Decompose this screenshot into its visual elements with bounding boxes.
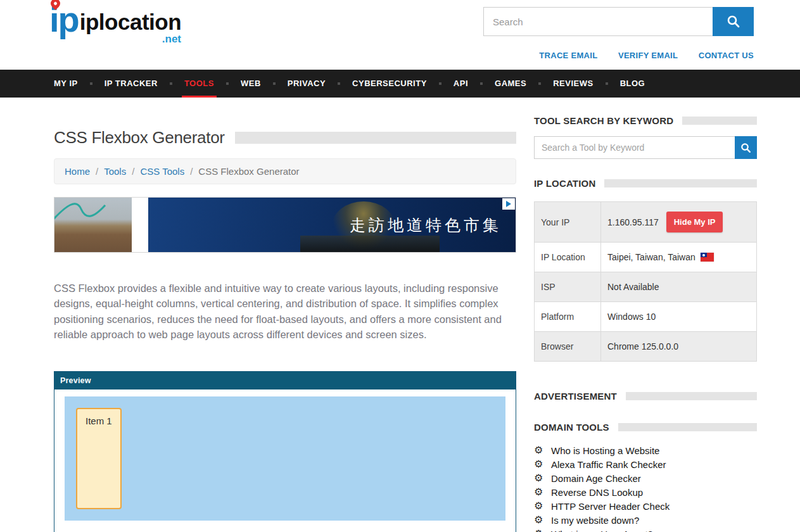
ip-location-heading: IP LOCATION [534,178,595,189]
ad-banner-text: 走訪地道特色市集 [350,215,502,236]
gear-icon: ⚙ [534,487,544,497]
heading-decoration-bar [626,392,757,400]
nav-link-reviews[interactable]: REVIEWS [553,70,593,98]
nav-link-web[interactable]: WEB [241,70,261,98]
nav-link-privacy[interactable]: PRIVACY [288,70,326,98]
breadcrumb-tools-link[interactable]: Tools [104,166,126,177]
ad-choices-icon[interactable] [502,198,515,210]
breadcrumb-home-link[interactable]: Home [65,166,90,177]
ad-decoration-curve [54,198,132,223]
nav-link-api[interactable]: API [454,70,468,98]
header-right: TRACE EMAIL VERIFY EMAIL CONTACT US [483,7,754,61]
gear-icon: ⚙ [534,473,544,483]
nav-link-ip-tracker[interactable]: IP TRACKER [105,70,158,98]
ip-location-table: Your IP 1.160.95.117 Hide My IP IP Locat… [534,201,757,362]
ip-location-value: Taipei, Taiwan, Taiwan [607,252,695,262]
site-search [483,7,754,36]
gear-icon: ⚙ [534,529,544,532]
breadcrumb-current: CSS Flexbox Generator [198,166,299,177]
verify-email-link[interactable]: VERIFY EMAIL [618,51,678,60]
gear-icon: ⚙ [534,501,544,511]
breadcrumb: Home / Tools / CSS Tools / CSS Flexbox G… [54,158,516,184]
domain-tool-reverse-dns[interactable]: ⚙ Reverse DNS Lookup [534,485,757,499]
page: ip iplocation .net TRACE EMAIL VERIFY EM… [0,0,800,532]
gear-icon: ⚙ [534,459,544,469]
search-icon [740,142,751,153]
title-decoration-bar [235,132,516,144]
page-title: CSS Flexbox Generator [54,128,225,148]
main-nav: MY IP IP TRACKER TOOLS WEB PRIVACY CYBER… [0,70,800,98]
advertisement-heading: ADVERTISEMENT [534,391,617,402]
table-row: ISP Not Available [535,272,757,302]
nav-link-blog[interactable]: BLOG [620,70,645,98]
platform-value: Windows 10 [601,302,757,332]
flex-preview-item[interactable]: Item 1 [76,408,122,509]
table-row: Your IP 1.160.95.117 Hide My IP [535,202,757,243]
table-row: Platform Windows 10 [535,302,757,332]
logo-wordmark: iplocation .net [80,11,181,35]
sidebar: TOOL SEARCH BY KEYWORD IP LOCATION Your … [534,98,757,532]
logo[interactable]: ip iplocation .net [49,4,181,35]
domain-tool-who-is-hosting[interactable]: ⚙ Who is Hosting a Website [534,443,757,457]
domain-tool-user-agent[interactable]: ⚙ What is my User Agent? [534,527,757,532]
nav-item-privacy: PRIVACY [288,70,352,98]
ip-row-value-cell: 1.160.95.117 Hide My IP [601,202,757,243]
breadcrumb-css-tools-link[interactable]: CSS Tools [140,166,184,177]
flexbox-preview-panel: Preview Item 1 [54,371,516,532]
nav-link-cybersecurity[interactable]: CYBERSECURITY [352,70,427,98]
nav-item-blog: BLOG [620,70,645,98]
hide-my-ip-button[interactable]: Hide My IP [666,212,723,232]
ip-row-label: Browser [535,332,601,362]
nav-item-web: WEB [241,70,288,98]
preview-panel-header: Preview [54,372,516,390]
nav-link-tools[interactable]: TOOLS [184,70,214,98]
ip-location-heading-row: IP LOCATION [534,178,757,189]
table-row: Browser Chrome 125.0.0.0 [535,332,757,362]
domain-tool-website-down[interactable]: ⚙ Is my website down? [534,513,757,527]
ip-row-value-cell: Taipei, Taiwan, Taiwan [601,243,757,272]
content: CSS Flexbox Generator Home / Tools / CSS… [0,98,800,532]
header-links: TRACE EMAIL VERIFY EMAIL CONTACT US [483,49,754,61]
page-description: CSS Flexbox provides a flexible and intu… [54,281,505,342]
nav-link-games[interactable]: GAMES [495,70,526,98]
tool-search-button[interactable] [735,136,757,159]
breadcrumb-separator: / [132,166,134,177]
heading-decoration-bar [618,423,757,431]
advertisement-heading-row: ADVERTISEMENT [534,391,757,402]
tool-search-input[interactable] [534,136,735,159]
trace-email-link[interactable]: TRACE EMAIL [539,51,597,60]
breadcrumb-separator: / [190,166,193,177]
logo-ip-mark: ip [49,4,79,35]
ad-banner-gap [132,198,148,252]
domain-tools-heading: DOMAIN TOOLS [534,422,609,433]
ad-banner[interactable]: 走訪地道特色市集 [54,197,516,253]
flex-preview-container: Item 1 [65,396,505,521]
your-ip-value: 1.160.95.117 [607,217,659,227]
ip-row-label: Platform [535,302,601,332]
gear-icon: ⚙ [534,515,544,525]
domain-tool-http-header[interactable]: ⚙ HTTP Server Header Check [534,499,757,513]
nav-link-my-ip[interactable]: MY IP [54,70,78,98]
nav-item-games: GAMES [495,70,553,98]
heading-decoration-bar [604,179,757,187]
search-icon [727,15,740,28]
logo-brand-text: iplocation [80,10,181,34]
domain-tool-alexa-rank[interactable]: ⚙ Alexa Traffic Rank Checker [534,457,757,471]
nav-item-ip-tracker: IP TRACKER [105,70,184,98]
ip-row-label: IP Location [535,243,601,272]
contact-us-link[interactable]: CONTACT US [699,51,754,60]
nav-item-reviews: REVIEWS [553,70,619,98]
nav-item-tools: TOOLS [184,70,241,98]
site-search-button[interactable] [713,7,754,36]
browser-value: Chrome 125.0.0.0 [601,332,757,362]
main-column: CSS Flexbox Generator Home / Tools / CSS… [54,98,516,532]
breadcrumb-separator: / [96,166,98,177]
tool-search-heading-row: TOOL SEARCH BY KEYWORD [534,115,757,126]
domain-tool-domain-age[interactable]: ⚙ Domain Age Checker [534,471,757,485]
nav-item-cybersecurity: CYBERSECURITY [352,70,454,98]
tool-search [534,136,757,159]
tool-search-heading: TOOL SEARCH BY KEYWORD [534,115,673,126]
ip-row-label: Your IP [535,202,601,243]
site-search-input[interactable] [483,7,713,36]
domain-tools-list: ⚙ Who is Hosting a Website ⚙ Alexa Traff… [534,443,757,532]
